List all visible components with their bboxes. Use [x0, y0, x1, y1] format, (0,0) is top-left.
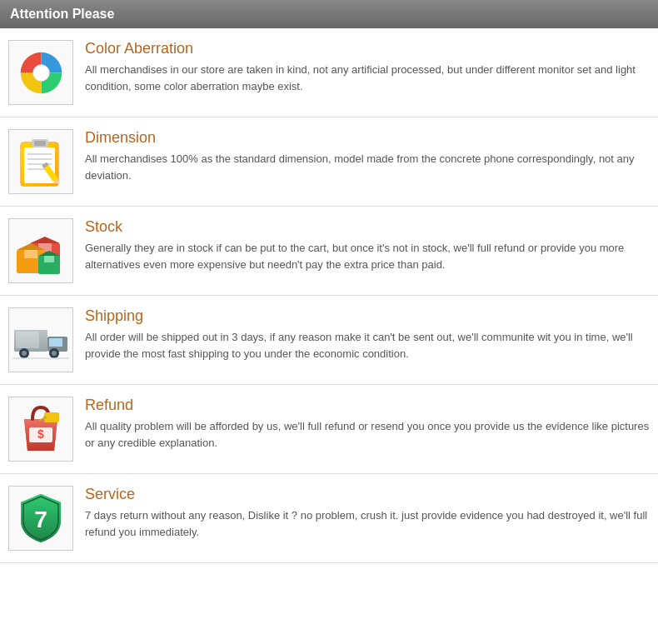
svg-rect-5 — [24, 147, 55, 183]
item-dimension: DimensionAll merchandises 100% as the st… — [0, 117, 658, 207]
svg-rect-7 — [34, 141, 46, 146]
shipping-content: ShippingAll order will be shipped out in… — [85, 307, 650, 362]
svg-rect-23 — [44, 256, 54, 262]
refund-content: RefundAll quality problem will be afford… — [85, 397, 650, 451]
item-shipping: ShippingAll order will be shipped out in… — [0, 296, 658, 385]
stock-content: StockGenerally they are in stock if can … — [85, 218, 650, 272]
stock-icon — [8, 218, 73, 283]
service-title: Service — [85, 486, 650, 503]
items-list: Color AberrationAll merchandises in our … — [0, 28, 658, 563]
svg-rect-26 — [16, 332, 39, 348]
item-stock: StockGenerally they are in stock if can … — [0, 207, 658, 296]
color-aberration-description: All merchandises in our store are taken … — [85, 62, 650, 94]
stock-description: Generally they are in stock if can be pu… — [85, 240, 650, 272]
item-color-aberration: Color AberrationAll merchandises in our … — [0, 28, 658, 117]
shipping-icon — [8, 307, 73, 372]
refund-title: Refund — [85, 397, 650, 414]
stock-title: Stock — [85, 218, 650, 236]
header-title: Attention Please — [10, 7, 114, 21]
item-service: 7 Service7 days return without any reaso… — [0, 474, 658, 563]
refund-description: All quality problem will be afforded by … — [85, 418, 650, 451]
dimension-icon — [8, 129, 73, 194]
refund-icon: $ — [8, 397, 73, 462]
color-aberration-title: Color Aberration — [85, 40, 650, 57]
dimension-description: All merchandises 100% as the standard di… — [85, 151, 650, 183]
color-aberration-content: Color AberrationAll merchandises in our … — [85, 40, 650, 94]
svg-text:7: 7 — [34, 507, 47, 532]
color-aberration-icon — [8, 40, 73, 105]
page-header: Attention Please — [0, 0, 658, 28]
dimension-content: DimensionAll merchandises 100% as the st… — [85, 129, 650, 183]
svg-rect-20 — [24, 250, 37, 258]
svg-marker-16 — [30, 237, 60, 243]
service-description: 7 days return without any reason, Dislik… — [85, 507, 650, 540]
service-icon: 7 — [8, 486, 73, 551]
svg-point-30 — [22, 351, 27, 356]
shipping-description: All order will be shipped out in 3 days,… — [85, 329, 650, 362]
shipping-title: Shipping — [85, 307, 650, 325]
service-content: Service7 days return without any reason,… — [85, 486, 650, 540]
svg-point-32 — [52, 351, 57, 356]
item-refund: $ RefundAll quality problem will be affo… — [0, 385, 658, 474]
svg-text:$: $ — [37, 427, 44, 441]
dimension-title: Dimension — [85, 129, 650, 147]
svg-rect-28 — [49, 338, 62, 347]
